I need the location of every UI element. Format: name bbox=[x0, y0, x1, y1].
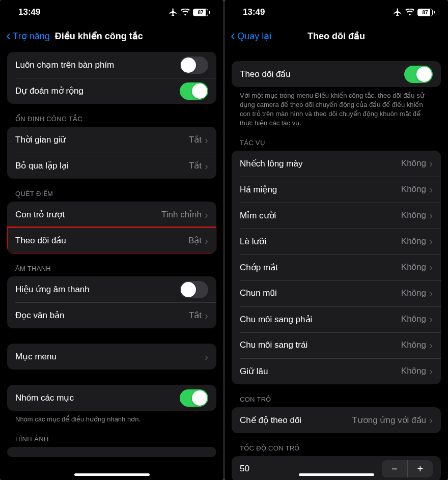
header-scan: QUÉT ĐIỂM bbox=[7, 179, 216, 202]
settings-scroll[interactable]: Theo dõi đầu Với một mục trong menu Điều… bbox=[225, 48, 448, 480]
chevron-left-icon: ‹ bbox=[6, 29, 11, 43]
chevron-right-icon: › bbox=[429, 183, 433, 195]
status-bar: 13:49 87 bbox=[0, 0, 223, 24]
header-audio: ÂM THANH bbox=[7, 253, 216, 276]
page-title: Điều khiển công tắc bbox=[55, 31, 143, 41]
chevron-right-icon: › bbox=[429, 209, 433, 221]
row-scrunch-nose[interactable]: Chun mũi Không › bbox=[232, 280, 441, 306]
group-group-items: Nhóm các mục bbox=[7, 385, 216, 411]
battery-icon: 87 bbox=[417, 9, 435, 16]
row-speech[interactable]: Đọc văn bản Tắt › bbox=[7, 302, 216, 328]
chevron-right-icon: › bbox=[429, 365, 433, 377]
chevron-right-icon: › bbox=[205, 235, 208, 247]
group-keyboard: Luôn chạm trên bàn phím Dự đoán mở rộng bbox=[7, 52, 216, 104]
row-raise-eyebrows[interactable]: Nhếch lông mày Không › bbox=[232, 151, 441, 177]
back-label: Quay lại bbox=[237, 31, 271, 42]
chevron-left-icon: ‹ bbox=[231, 29, 235, 43]
row-pucker-right[interactable]: Chu môi sang phải Không › bbox=[232, 306, 441, 332]
speed-value: 50 bbox=[240, 464, 382, 474]
wifi-icon bbox=[405, 9, 414, 16]
row-ignore-repeat[interactable]: Bỏ qua lặp lại Tắt › bbox=[7, 153, 216, 179]
chevron-right-icon: › bbox=[429, 261, 433, 273]
group-image bbox=[7, 447, 216, 457]
row-always-tap[interactable]: Luôn chạm trên bàn phím bbox=[7, 52, 216, 78]
chevron-right-icon: › bbox=[429, 313, 433, 325]
header-stability: ỔN ĐỊNH CÔNG TẮC bbox=[7, 104, 216, 127]
group-menu-items: Mục menu › bbox=[7, 344, 216, 370]
toggle-group-items[interactable] bbox=[180, 389, 208, 407]
header-image: HÌNH ẢNH bbox=[7, 424, 216, 447]
row-group-items[interactable]: Nhóm các mục bbox=[7, 385, 216, 411]
header-pointer: CON TRỎ bbox=[232, 384, 441, 407]
phone-left: 13:49 87 ‹ Trợ năng Điều khiển công tắc … bbox=[0, 0, 223, 480]
nav-header: ‹ Quay lại Theo dõi đầu bbox=[225, 24, 448, 48]
row-hold-duration[interactable]: Thời gian giữ Tắt › bbox=[7, 127, 216, 153]
speed-stepper[interactable]: − + bbox=[382, 460, 433, 477]
toggle-always-tap[interactable] bbox=[180, 57, 208, 74]
footer-group-items: Nhóm các mục để điều hướng nhanh hơn. bbox=[7, 411, 216, 424]
page-title: Theo dõi đầu bbox=[307, 31, 365, 41]
home-indicator[interactable] bbox=[299, 473, 374, 476]
group-audio: Hiệu ứng âm thanh Đọc văn bản Tắt › bbox=[7, 276, 216, 328]
phone-right: 13:49 87 ‹ Quay lại Theo dõi đầu Theo dõ… bbox=[225, 0, 448, 480]
status-time: 13:49 bbox=[243, 7, 265, 17]
row-head-tracking-toggle[interactable]: Theo dõi đầu bbox=[232, 61, 441, 87]
row-stick-tongue[interactable]: Lè lưỡi Không › bbox=[232, 229, 441, 255]
row-sound-effects[interactable]: Hiệu ứng âm thanh bbox=[7, 276, 216, 302]
group-pointer: Chế độ theo dõi Tương ứng với đầu › bbox=[232, 407, 441, 433]
toggle-head-tracking[interactable] bbox=[404, 66, 433, 83]
chevron-right-icon: › bbox=[429, 287, 433, 299]
status-right: 87 bbox=[169, 8, 210, 17]
group-stability: Thời gian giữ Tắt › Bỏ qua lặp lại Tắt › bbox=[7, 127, 216, 179]
chevron-right-icon: › bbox=[205, 309, 208, 322]
toggle-extended-predict[interactable] bbox=[180, 82, 208, 100]
chevron-right-icon: › bbox=[205, 160, 208, 172]
home-indicator[interactable] bbox=[74, 473, 150, 476]
row-menu-items[interactable]: Mục menu › bbox=[7, 344, 216, 370]
toggle-sound-effects[interactable] bbox=[180, 281, 208, 298]
header-speed: TỐC ĐỘ CON TRỎ bbox=[232, 433, 441, 456]
row-head-tracking[interactable]: Theo dõi đầu Bật › bbox=[7, 228, 216, 253]
row-pucker-left[interactable]: Chu môi sang trái Không › bbox=[232, 332, 441, 358]
chevron-right-icon: › bbox=[429, 414, 433, 426]
row-dwell[interactable]: Giữ lâu Không › bbox=[232, 358, 441, 384]
row-gliding-cursor[interactable]: Con trỏ trượt Tinh chỉnh › bbox=[7, 202, 216, 228]
nav-header: ‹ Trợ năng Điều khiển công tắc bbox=[0, 24, 223, 48]
status-time: 13:49 bbox=[18, 7, 40, 17]
airplane-icon bbox=[393, 8, 402, 17]
back-button[interactable]: ‹ Quay lại bbox=[231, 30, 271, 43]
group-speed: 50 − + bbox=[232, 456, 441, 480]
header-actions: TÁC VỤ bbox=[232, 128, 441, 151]
status-right: 87 bbox=[393, 8, 435, 17]
group-actions: Nhếch lông mày Không › Há miệng Không › … bbox=[232, 151, 441, 384]
battery-icon: 87 bbox=[193, 9, 210, 16]
row-blink[interactable]: Chớp mắt Không › bbox=[232, 255, 441, 280]
wifi-icon bbox=[181, 9, 190, 16]
stepper-plus[interactable]: + bbox=[408, 460, 433, 477]
footer-main: Với một mục trong menu Điều khiển công t… bbox=[232, 87, 441, 128]
chevron-right-icon: › bbox=[429, 157, 433, 170]
settings-scroll[interactable]: Luôn chạm trên bàn phím Dự đoán mở rộng … bbox=[0, 48, 223, 480]
group-scan: Con trỏ trượt Tinh chỉnh › Theo dõi đầu … bbox=[7, 202, 216, 253]
airplane-icon bbox=[169, 8, 178, 17]
chevron-right-icon: › bbox=[429, 339, 433, 351]
row-extended-predict[interactable]: Dự đoán mở rộng bbox=[7, 78, 216, 104]
status-bar: 13:49 87 bbox=[225, 0, 448, 24]
row-tracking-mode[interactable]: Chế độ theo dõi Tương ứng với đầu › bbox=[232, 407, 441, 433]
group-main: Theo dõi đầu bbox=[232, 61, 441, 87]
row-pointer-speed: 50 − + bbox=[232, 456, 441, 480]
chevron-right-icon: › bbox=[429, 235, 433, 247]
chevron-right-icon: › bbox=[205, 134, 208, 146]
back-button[interactable]: ‹ Trợ năng bbox=[6, 30, 50, 43]
back-label: Trợ năng bbox=[13, 31, 49, 42]
stepper-minus[interactable]: − bbox=[382, 460, 407, 477]
row-open-mouth[interactable]: Há miệng Không › bbox=[232, 177, 441, 203]
chevron-right-icon: › bbox=[205, 351, 208, 363]
row-smile[interactable]: Mỉm cười Không › bbox=[232, 203, 441, 229]
chevron-right-icon: › bbox=[205, 209, 208, 221]
